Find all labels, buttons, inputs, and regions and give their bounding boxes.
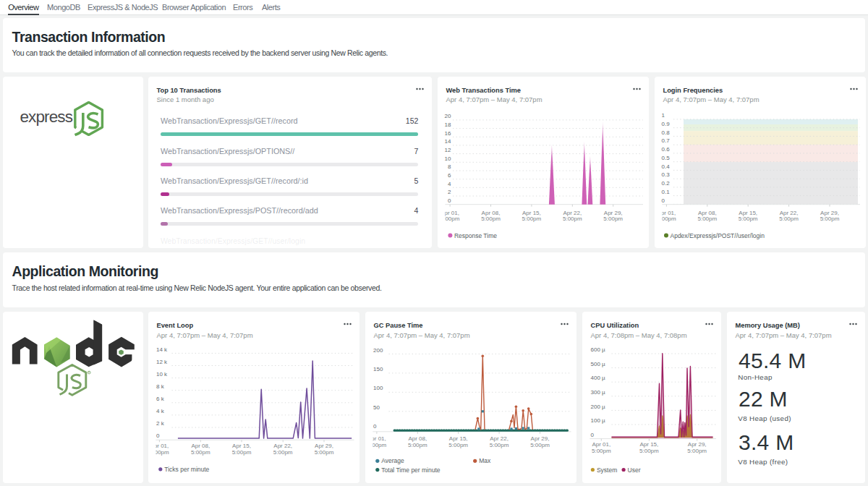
svg-text:6: 6 (448, 171, 451, 178)
svg-text:5:00pm: 5:00pm (530, 442, 550, 448)
svg-text:0.1: 0.1 (661, 188, 670, 195)
svg-text:0.4: 0.4 (661, 163, 670, 169)
svg-text:express: express (20, 108, 73, 126)
svg-text:5:00pm: 5:00pm (562, 215, 582, 221)
svg-text:Max: Max (479, 457, 491, 464)
svg-text:5:00pm: 5:00pm (687, 448, 707, 454)
svg-text:5:00pm: 5:00pm (407, 442, 427, 448)
svg-text:100 µ: 100 µ (590, 417, 605, 424)
svg-text:2: 2 (448, 189, 451, 195)
svg-text:2 k: 2 k (156, 420, 165, 427)
svg-text:Response Time: Response Time (454, 231, 496, 239)
svg-text:5:00pm: 5:00pm (820, 215, 839, 221)
svg-text:10 k: 10 k (156, 371, 168, 378)
svg-text:5:00pm: 5:00pm (657, 215, 676, 221)
svg-text:5:00pm: 5:00pm (591, 448, 610, 454)
svg-text:12: 12 (444, 146, 451, 153)
svg-text:0.2: 0.2 (661, 180, 670, 187)
svg-text:Apdex/Expressjs/POST//user/log: Apdex/Expressjs/POST//user/login (670, 231, 765, 239)
svg-text:5:00pm: 5:00pm (639, 448, 659, 454)
svg-text:5:00pm: 5:00pm (150, 449, 169, 456)
svg-text:Total Time per minute: Total Time per minute (381, 466, 441, 474)
svg-text:5:00pm: 5:00pm (440, 215, 459, 221)
svg-text:18: 18 (444, 121, 451, 127)
svg-text:5:00pm: 5:00pm (231, 449, 251, 456)
svg-text:14 k: 14 k (156, 346, 168, 353)
svg-text:5:00pm: 5:00pm (448, 442, 468, 448)
svg-text:0.9: 0.9 (661, 120, 670, 127)
svg-text:0.6: 0.6 (661, 146, 670, 153)
svg-text:0.7: 0.7 (661, 137, 670, 144)
svg-text:8 k: 8 k (156, 383, 165, 390)
svg-text:Ticks per minute: Ticks per minute (164, 466, 209, 473)
svg-text:200 µ: 200 µ (590, 404, 605, 410)
svg-text:User: User (627, 466, 640, 474)
svg-text:50: 50 (373, 404, 380, 411)
svg-text:500 µ: 500 µ (590, 361, 605, 367)
svg-text:System: System (596, 466, 616, 474)
svg-text:10: 10 (444, 155, 451, 161)
svg-text:5:00pm: 5:00pm (273, 449, 292, 456)
svg-text:0: 0 (448, 197, 451, 203)
svg-text:400 µ: 400 µ (590, 375, 605, 381)
svg-text:4: 4 (448, 180, 451, 187)
svg-text:12 k: 12 k (156, 359, 168, 365)
svg-text:5:00pm: 5:00pm (697, 215, 717, 221)
svg-text:100: 100 (373, 385, 383, 391)
svg-text:200: 200 (373, 347, 383, 354)
svg-text:0.8: 0.8 (661, 129, 670, 135)
svg-text:5:00pm: 5:00pm (522, 215, 541, 221)
svg-text:5:00pm: 5:00pm (489, 442, 509, 448)
svg-text:0: 0 (590, 432, 594, 438)
svg-text:16: 16 (444, 129, 451, 136)
svg-text:5:00pm: 5:00pm (481, 215, 501, 221)
svg-text:Average: Average (381, 457, 404, 464)
svg-text:0: 0 (373, 423, 377, 430)
svg-text:4 k: 4 k (156, 408, 165, 414)
svg-text:600 µ: 600 µ (590, 346, 605, 353)
svg-text:150: 150 (373, 366, 383, 372)
svg-text:6 k: 6 k (156, 396, 165, 402)
svg-text:5:00pm: 5:00pm (738, 215, 757, 221)
svg-text:14: 14 (444, 138, 451, 145)
svg-text:20: 20 (444, 113, 451, 119)
svg-text:0: 0 (661, 197, 665, 203)
svg-text:0: 0 (156, 432, 160, 439)
svg-text:5:00pm: 5:00pm (314, 449, 333, 456)
svg-text:0.3: 0.3 (661, 171, 670, 178)
svg-text:0.5: 0.5 (661, 154, 670, 161)
svg-text:5:00pm: 5:00pm (190, 449, 210, 456)
svg-text:5:00pm: 5:00pm (779, 215, 799, 221)
svg-text:300 µ: 300 µ (590, 389, 605, 396)
svg-text:5:00pm: 5:00pm (367, 442, 386, 448)
svg-text:1: 1 (661, 112, 665, 119)
svg-text:5:00pm: 5:00pm (603, 215, 623, 221)
svg-text:8: 8 (448, 163, 451, 170)
